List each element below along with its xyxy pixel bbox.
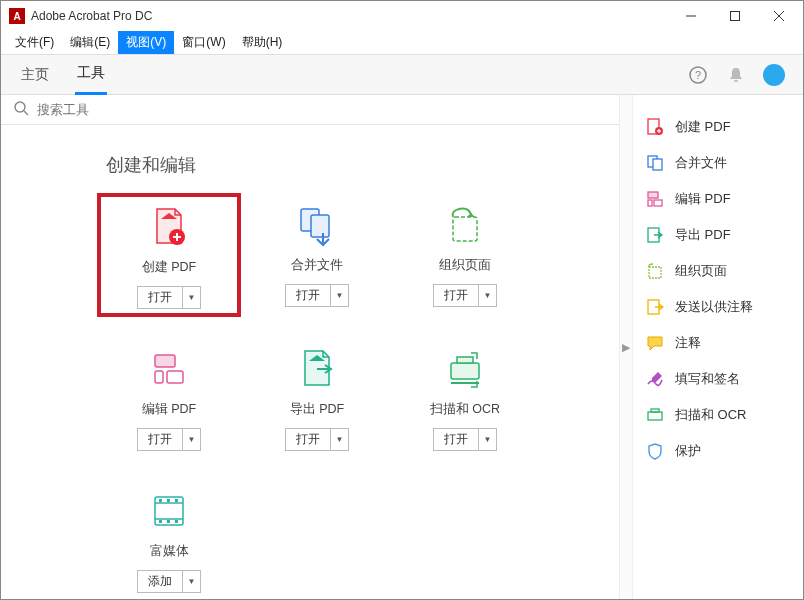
help-icon[interactable]: ? [687, 64, 709, 86]
dropdown-button[interactable]: ▼ [183, 286, 201, 309]
sidebar-label: 创建 PDF [675, 118, 731, 136]
svg-rect-19 [457, 357, 473, 363]
sidebar-label: 扫描和 OCR [675, 406, 747, 424]
tool-edit[interactable]: 编辑 PDF 打开 ▼ [99, 339, 239, 457]
main-panel: 创建和编辑 创建 PDF 打开 ▼ 合并文件 打开 ▼ [1, 95, 619, 599]
combine-icon [293, 201, 341, 249]
sidebar-item-combine[interactable]: 合并文件 [639, 145, 797, 181]
open-button[interactable]: 打开 [285, 284, 331, 307]
dropdown-button[interactable]: ▼ [183, 428, 201, 451]
open-button[interactable]: 打开 [137, 428, 183, 451]
open-button[interactable]: 打开 [137, 286, 183, 309]
send-comment-icon [645, 297, 665, 317]
svg-rect-13 [453, 217, 477, 241]
svg-rect-38 [654, 200, 662, 206]
svg-rect-25 [167, 499, 170, 502]
toolbar: 主页 工具 ? [1, 55, 803, 95]
open-button[interactable]: 打开 [433, 428, 479, 451]
menu-help[interactable]: 帮助(H) [234, 31, 291, 54]
sidebar-label: 合并文件 [675, 154, 727, 172]
sidebar-label: 编辑 PDF [675, 190, 731, 208]
maximize-button[interactable] [713, 1, 757, 31]
app-title: Adobe Acrobat Pro DC [31, 9, 152, 23]
svg-rect-17 [167, 371, 183, 383]
sidebar-item-scan[interactable]: 扫描和 OCR [639, 397, 797, 433]
tools-grid: 创建 PDF 打开 ▼ 合并文件 打开 ▼ [99, 195, 619, 599]
sidebar-item-comment[interactable]: 注释 [639, 325, 797, 361]
sidebar-item-edit[interactable]: 编辑 PDF [639, 181, 797, 217]
sidebar: 创建 PDF 合并文件 编辑 PDF 导出 PDF 组织页面 发送以供注释 注释 [633, 95, 803, 599]
collapse-handle[interactable]: ▶ [619, 95, 633, 599]
tool-label: 导出 PDF [290, 401, 344, 418]
svg-rect-40 [649, 267, 661, 278]
titlebar: A Adobe Acrobat Pro DC [1, 1, 803, 31]
section-title: 创建和编辑 [106, 153, 619, 177]
sidebar-item-organize[interactable]: 组织页面 [639, 253, 797, 289]
scan-ocr-icon [645, 405, 665, 425]
svg-marker-14 [467, 213, 475, 217]
sidebar-label: 发送以供注释 [675, 298, 753, 316]
menu-file[interactable]: 文件(F) [7, 31, 62, 54]
tab-tools[interactable]: 工具 [75, 55, 107, 95]
svg-rect-43 [651, 409, 659, 412]
organize-icon [441, 201, 489, 249]
dropdown-button[interactable]: ▼ [331, 428, 349, 451]
sidebar-item-create[interactable]: 创建 PDF [639, 109, 797, 145]
dropdown-button[interactable]: ▼ [479, 284, 497, 307]
tool-richmedia[interactable]: 富媒体 添加 ▼ [99, 481, 239, 599]
sidebar-item-export[interactable]: 导出 PDF [639, 217, 797, 253]
search-icon [13, 100, 29, 120]
app-icon: A [9, 8, 25, 24]
tool-label: 扫描和 OCR [430, 401, 500, 418]
edit-pdf-icon [645, 189, 665, 209]
svg-rect-18 [451, 363, 479, 379]
svg-rect-26 [175, 499, 178, 502]
dropdown-button[interactable]: ▼ [183, 570, 201, 593]
sidebar-label: 保护 [675, 442, 701, 460]
open-button[interactable]: 打开 [285, 428, 331, 451]
dropdown-button[interactable]: ▼ [331, 284, 349, 307]
minimize-button[interactable] [669, 1, 713, 31]
svg-rect-36 [648, 192, 658, 198]
tool-create-pdf[interactable]: 创建 PDF 打开 ▼ [99, 195, 239, 315]
sidebar-label: 组织页面 [675, 262, 727, 280]
menu-edit[interactable]: 编辑(E) [62, 31, 118, 54]
menu-window[interactable]: 窗口(W) [174, 31, 233, 54]
tool-combine[interactable]: 合并文件 打开 ▼ [247, 195, 387, 315]
fill-sign-icon [645, 369, 665, 389]
sidebar-item-protect[interactable]: 保护 [639, 433, 797, 469]
svg-rect-28 [167, 520, 170, 523]
avatar[interactable] [763, 64, 785, 86]
richmedia-icon [145, 487, 193, 535]
svg-rect-27 [159, 520, 162, 523]
tool-label: 富媒体 [150, 543, 189, 560]
menu-view[interactable]: 视图(V) [118, 31, 174, 54]
tab-home[interactable]: 主页 [19, 55, 51, 95]
open-button[interactable]: 打开 [433, 284, 479, 307]
tool-organize[interactable]: 组织页面 打开 ▼ [395, 195, 535, 315]
svg-rect-35 [653, 159, 662, 170]
svg-rect-16 [155, 371, 163, 383]
protect-icon [645, 441, 665, 461]
tool-scan[interactable]: 扫描和 OCR 打开 ▼ [395, 339, 535, 457]
sidebar-item-send[interactable]: 发送以供注释 [639, 289, 797, 325]
close-button[interactable] [757, 1, 801, 31]
scan-ocr-icon [441, 345, 489, 393]
dropdown-button[interactable]: ▼ [479, 428, 497, 451]
export-pdf-icon [645, 225, 665, 245]
bell-icon[interactable] [725, 64, 747, 86]
svg-rect-1 [731, 12, 740, 21]
comment-icon [645, 333, 665, 353]
svg-rect-24 [159, 499, 162, 502]
search-input[interactable] [37, 102, 607, 117]
edit-pdf-icon [145, 345, 193, 393]
tool-export[interactable]: 导出 PDF 打开 ▼ [247, 339, 387, 457]
add-button[interactable]: 添加 [137, 570, 183, 593]
tool-label: 创建 PDF [142, 259, 196, 276]
organize-icon [645, 261, 665, 281]
sidebar-item-fill[interactable]: 填写和签名 [639, 361, 797, 397]
combine-icon [645, 153, 665, 173]
sidebar-label: 导出 PDF [675, 226, 731, 244]
tool-label: 编辑 PDF [142, 401, 196, 418]
tool-label: 组织页面 [439, 257, 491, 274]
